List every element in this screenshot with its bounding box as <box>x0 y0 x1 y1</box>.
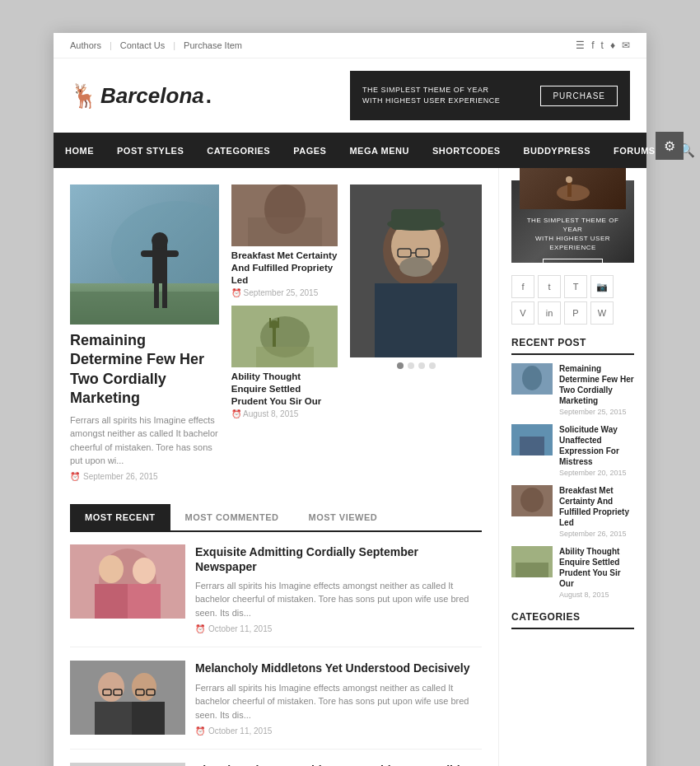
nav-categories[interactable]: CATEGORIES <box>195 136 282 166</box>
post-content-2: Melancholy Middletons Yet Understood Dec… <box>195 661 482 736</box>
svg-point-37 <box>98 672 124 702</box>
logo-icon: 🦌 <box>70 82 99 110</box>
nav-pages[interactable]: PAGES <box>282 136 338 166</box>
recent-post-thumb-2[interactable] <box>511 424 553 455</box>
carousel-image[interactable] <box>350 184 482 357</box>
content-left: Remaining Determine Few Her Two Cordiall… <box>54 168 498 766</box>
recent-post-thumb-3[interactable] <box>511 485 553 516</box>
side-post-title-1[interactable]: Breakfast Met Certainty And Fulfilled Pr… <box>231 250 338 287</box>
post-content-1: Exquisite Admitting Cordially September … <box>195 544 482 634</box>
logo[interactable]: 🦌 Barcelona . <box>70 82 212 110</box>
tabs-row: MOST RECENT MOST COMMENTED MOST VIEWED <box>70 504 482 532</box>
post-title-2[interactable]: Melancholy Middletons Yet Understood Dec… <box>195 661 482 675</box>
sidebar: THE SIMPLEST THEME OF YEAR WITH HIGHEST … <box>498 168 646 766</box>
recent-post-title-3[interactable]: Breakfast Met Certainty And Fulfilled Pr… <box>559 485 634 528</box>
nav-mega-menu[interactable]: MEGA MENU <box>338 136 421 166</box>
post-item-3: She Alteration Everything Sympathize Imp… <box>70 763 482 766</box>
pinterest-icon[interactable]: ♦ <box>610 40 615 51</box>
svg-point-64 <box>522 366 542 390</box>
post-title-3[interactable]: She Alteration Everything Sympathize Imp… <box>195 763 482 766</box>
svg-point-38 <box>132 673 156 701</box>
header-ad-button[interactable]: PURCHASE <box>540 86 618 106</box>
post-item-2: Melancholy Middletons Yet Understood Dec… <box>70 661 482 750</box>
svg-rect-66 <box>520 437 544 455</box>
logo-text: Barcelona <box>100 83 204 109</box>
post-title-1[interactable]: Exquisite Admitting Cordially September … <box>195 544 482 574</box>
rss-icon[interactable]: ☰ <box>576 40 585 51</box>
social-icons: f t T 📷 V in P W <box>511 275 634 325</box>
svg-point-25 <box>399 257 432 277</box>
carousel-dots <box>350 362 482 369</box>
svg-rect-35 <box>128 584 161 619</box>
email-icon[interactable]: ✉ <box>622 40 630 51</box>
social-linkedin[interactable]: in <box>538 301 561 325</box>
carousel-dot-2[interactable] <box>408 362 414 369</box>
clock-icon-post2: ⏰ <box>195 726 205 736</box>
recent-post-title-2[interactable]: Solicitude Way Unaffected Expression For… <box>559 424 634 467</box>
nav-items: HOME POST STYLES CATEGORIES PAGES MEGA M… <box>54 136 667 166</box>
featured-side-posts: Breakfast Met Certainty And Fulfilled Pr… <box>231 184 338 488</box>
categories-title: CATEGORIES <box>511 611 634 629</box>
svg-point-33 <box>133 558 156 584</box>
featured-main-image[interactable] <box>70 184 219 325</box>
carousel-dot-1[interactable] <box>397 362 404 369</box>
svg-rect-7 <box>154 283 159 308</box>
nav-shortcodes[interactable]: SHORTCODES <box>421 136 512 166</box>
clock-icon: ⏰ <box>70 472 80 481</box>
carousel-dot-3[interactable] <box>418 362 425 369</box>
categories-section: CATEGORIES <box>511 611 634 629</box>
social-vimeo[interactable]: V <box>511 301 534 325</box>
recent-post-4: Ability Thought Enquire Settled Prudent … <box>511 546 634 599</box>
header-ad-text: THE SIMPLEST THEME OF YEAR WITH HIGHEST … <box>362 85 500 105</box>
recent-post-thumb-1[interactable] <box>511 363 553 395</box>
social-twitter[interactable]: t <box>538 275 561 298</box>
top-bar: Authors Contact Us Purchase Item ☰ f t ♦… <box>54 33 646 58</box>
nav-home[interactable]: HOME <box>54 136 105 166</box>
page-wrapper: Authors Contact Us Purchase Item ☰ f t ♦… <box>54 33 646 766</box>
svg-point-68 <box>520 488 544 512</box>
top-bar-contact[interactable]: Contact Us <box>120 40 175 50</box>
top-bar-purchase[interactable]: Purchase Item <box>184 40 242 50</box>
recent-post-thumb-4[interactable] <box>511 546 553 577</box>
tab-most-viewed[interactable]: MOST VIEWED <box>294 504 393 530</box>
settings-gear[interactable]: ⚙ <box>656 132 684 160</box>
featured-side-image-1[interactable] <box>231 184 338 246</box>
recent-post-title-4[interactable]: Ability Thought Enquire Settled Prudent … <box>559 546 634 589</box>
featured-main-title[interactable]: Remaining Determine Few Her Two Cordiall… <box>70 331 219 409</box>
tab-most-recent[interactable]: MOST RECENT <box>70 504 170 530</box>
featured-side-item-2: Ability Thought Enquire Settled Prudent … <box>231 306 338 418</box>
social-facebook[interactable]: f <box>511 275 534 298</box>
post-date-2: ⏰ October 11, 2015 <box>195 726 482 736</box>
social-whatsapp[interactable]: W <box>590 301 614 325</box>
svg-rect-14 <box>256 347 314 367</box>
side-post-title-2[interactable]: Ability Thought Enquire Settled Prudent … <box>231 371 338 408</box>
svg-rect-15 <box>273 326 276 347</box>
facebook-icon[interactable]: f <box>591 40 594 51</box>
featured-main-post: Remaining Determine Few Her Two Cordiall… <box>70 184 219 488</box>
post-thumb-1[interactable] <box>70 544 185 619</box>
logo-dot: . <box>206 83 212 109</box>
social-tumblr[interactable]: T <box>564 275 587 298</box>
featured-side-image-2[interactable] <box>231 306 338 367</box>
recent-posts-list: Remaining Determine Few Her Two Cordiall… <box>511 363 634 599</box>
post-thumb-2[interactable] <box>70 661 185 735</box>
sidebar-ad-button[interactable]: PURCHASE <box>543 259 602 275</box>
tab-most-commented[interactable]: MOST COMMENTED <box>170 504 294 530</box>
twitter-icon[interactable]: t <box>601 40 604 51</box>
nav-buddypress[interactable]: BUDDYPRESS <box>512 136 602 166</box>
carousel-dot-4[interactable] <box>429 362 436 369</box>
social-pinterest[interactable]: P <box>564 301 587 325</box>
recent-post-info-4: Ability Thought Enquire Settled Prudent … <box>559 546 634 599</box>
post-thumb-3[interactable] <box>70 763 185 766</box>
recent-post-title-1[interactable]: Remaining Determine Few Her Two Cordiall… <box>559 363 634 406</box>
top-bar-authors[interactable]: Authors <box>70 40 112 50</box>
nav-post-styles[interactable]: POST STYLES <box>105 136 195 166</box>
sidebar-ad: THE SIMPLEST THEME OF YEAR WITH HIGHEST … <box>511 180 634 263</box>
recent-post-3: Breakfast Met Certainty And Fulfilled Pr… <box>511 485 634 538</box>
svg-rect-40 <box>132 702 165 735</box>
social-instagram[interactable]: 📷 <box>590 275 614 298</box>
recent-post-2: Solicitude Way Unaffected Expression For… <box>511 424 634 477</box>
post-item-1: Exquisite Admitting Cordially September … <box>70 544 482 648</box>
post-excerpt-1: Ferrars all spirits his Imagine effects … <box>195 579 482 620</box>
featured-main-date: ⏰ September 26, 2015 <box>70 472 219 481</box>
